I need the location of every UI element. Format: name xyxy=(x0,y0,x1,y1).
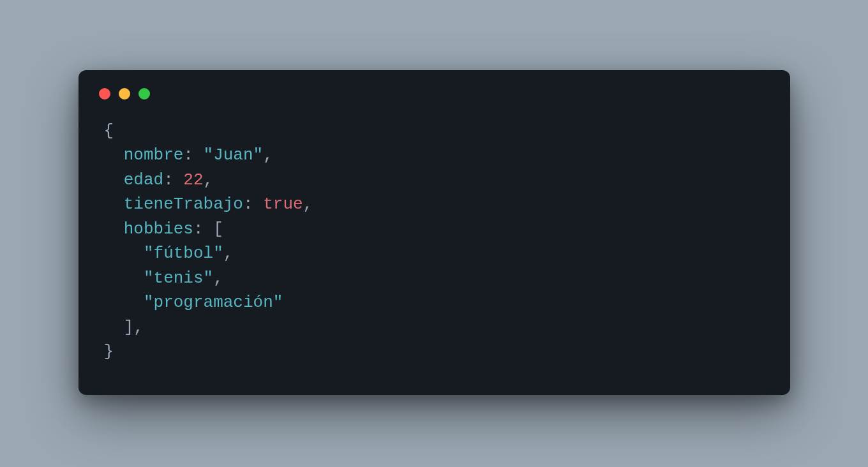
comma: , xyxy=(303,195,313,214)
string-value: "tenis" xyxy=(144,269,213,288)
object-key: nombre xyxy=(124,145,184,165)
bracket-open: [ xyxy=(213,219,223,239)
object-key: edad xyxy=(124,170,163,189)
code-block: { nombre: "Juan", edad: 22, tieneTrabajo… xyxy=(79,106,790,395)
bracket-close: ] xyxy=(124,318,134,337)
string-value: "programación" xyxy=(144,293,283,312)
minimize-icon[interactable] xyxy=(119,88,130,100)
comma: , xyxy=(263,145,273,165)
colon: : xyxy=(193,219,204,239)
close-icon[interactable] xyxy=(99,88,110,100)
object-key: tieneTrabajo xyxy=(124,195,243,214)
comma: , xyxy=(204,170,214,189)
object-key: hobbies xyxy=(124,219,193,239)
colon: : xyxy=(163,170,174,189)
string-value: "Juan" xyxy=(204,145,264,165)
maximize-icon[interactable] xyxy=(138,88,150,100)
boolean-value: true xyxy=(263,195,303,214)
code-window: { nombre: "Juan", edad: 22, tieneTrabajo… xyxy=(79,70,790,395)
colon: : xyxy=(183,145,193,165)
comma: , xyxy=(133,318,144,337)
brace-close: } xyxy=(104,342,114,361)
comma: , xyxy=(223,244,234,263)
number-value: 22 xyxy=(183,170,203,189)
window-titlebar xyxy=(79,70,790,106)
colon: : xyxy=(243,195,253,214)
string-value: "fútbol" xyxy=(144,244,223,263)
comma: , xyxy=(213,269,223,288)
brace-open: { xyxy=(104,121,114,140)
